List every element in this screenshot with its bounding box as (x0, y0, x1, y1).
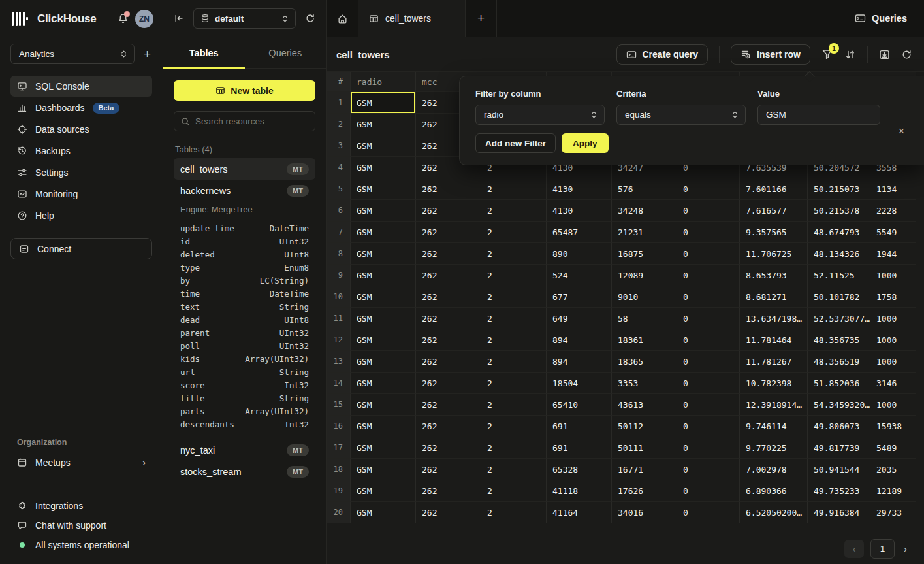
workspace-selector[interactable]: Analytics (10, 44, 135, 64)
table-cell[interactable]: 17626 (612, 480, 677, 502)
table-cell[interactable]: 262 (416, 502, 481, 523)
table-cell[interactable]: 11.781267 (740, 351, 808, 373)
table-cell[interactable]: 41118 (547, 480, 612, 502)
current-page[interactable]: 1 (870, 539, 895, 559)
table-cell[interactable]: 5489 (870, 437, 916, 459)
table-cell[interactable]: 54.3459320… (808, 394, 870, 416)
row-number[interactable]: 9 (327, 265, 351, 286)
table-item-stocks_stream[interactable]: stocks_streamMT (174, 461, 315, 482)
table-cell[interactable]: GSM (351, 394, 416, 416)
table-cell[interactable]: 524 (547, 265, 612, 286)
table-cell[interactable]: 262 (416, 178, 481, 200)
table-cell[interactable]: 262 (416, 437, 481, 459)
table-cell[interactable]: 9.746114 (740, 416, 808, 437)
table-cell[interactable]: GSM (351, 502, 416, 523)
row-number[interactable]: 13 (327, 351, 351, 373)
table-cell[interactable]: 50112 (612, 416, 677, 437)
download-button[interactable] (879, 49, 890, 60)
table-cell[interactable]: 65328 (547, 459, 612, 480)
table-cell[interactable]: 2 (481, 243, 547, 265)
table-cell[interactable]: 6.52050200… (740, 502, 808, 523)
table-cell[interactable]: 50.215378 (808, 200, 870, 222)
table-cell[interactable]: 9.357565 (740, 222, 808, 243)
row-number[interactable]: 5 (327, 178, 351, 200)
table-cell[interactable]: 7.616577 (740, 200, 808, 222)
table-cell[interactable]: 18365 (612, 351, 677, 373)
table-cell[interactable]: 2 (481, 437, 547, 459)
tab-tables[interactable]: Tables (163, 37, 245, 68)
remove-filter-icon[interactable]: × (899, 126, 904, 137)
table-cell[interactable]: 10.782398 (740, 373, 808, 394)
table-cell[interactable]: GSM (351, 373, 416, 394)
row-number[interactable]: 8 (327, 243, 351, 265)
table-cell[interactable]: 677 (547, 286, 612, 308)
row-number[interactable]: 18 (327, 459, 351, 480)
table-cell[interactable]: 49.735233 (808, 480, 870, 502)
apply-filter-button[interactable]: Apply (562, 133, 609, 153)
table-cell[interactable]: 18504 (547, 373, 612, 394)
row-number[interactable]: 6 (327, 200, 351, 222)
table-cell[interactable]: 43613 (612, 394, 677, 416)
add-new-filter-button[interactable]: Add new Filter (475, 133, 556, 153)
table-cell[interactable]: 50.941544 (808, 459, 870, 480)
sidebar-item-backups[interactable]: Backups (10, 141, 152, 161)
table-cell[interactable]: GSM (351, 265, 416, 286)
row-number[interactable]: 20 (327, 502, 351, 523)
table-cell[interactable]: 7.601166 (740, 178, 808, 200)
table-cell[interactable]: 5549 (870, 222, 916, 243)
next-page-button[interactable]: › (901, 543, 910, 554)
add-workspace-button[interactable]: + (142, 48, 152, 60)
table-cell[interactable]: 12089 (612, 265, 677, 286)
row-number[interactable]: 4 (327, 157, 351, 178)
sidebar-item-integrations[interactable]: Integrations (10, 496, 152, 516)
table-cell[interactable]: GSM (351, 92, 416, 114)
table-cell[interactable]: 894 (547, 329, 612, 351)
sidebar-item-meetups[interactable]: Meetups › (10, 452, 152, 473)
table-cell[interactable]: 1000 (870, 394, 916, 416)
table-cell[interactable]: 65487 (547, 222, 612, 243)
home-tab[interactable] (327, 0, 358, 37)
column-header[interactable]: radio (351, 72, 416, 92)
table-cell[interactable]: 29733 (870, 502, 916, 523)
table-cell[interactable]: GSM (351, 222, 416, 243)
table-cell[interactable]: 49.916384 (808, 502, 870, 523)
table-cell[interactable]: 41164 (547, 502, 612, 523)
table-cell[interactable]: 3353 (612, 373, 677, 394)
refresh-database-icon[interactable] (305, 13, 315, 24)
filter-button[interactable]: 1 (821, 48, 833, 60)
insert-row-button[interactable]: Insert row (731, 44, 810, 65)
filter-criteria-select[interactable]: equals (616, 105, 746, 125)
table-cell[interactable]: 2 (481, 222, 547, 243)
table-cell[interactable]: 3146 (870, 373, 916, 394)
table-cell[interactable]: 0 (677, 308, 740, 329)
table-cell[interactable]: 48.356519 (808, 351, 870, 373)
row-number[interactable]: 2 (327, 114, 351, 135)
row-number[interactable]: 1 (327, 92, 351, 114)
table-cell[interactable]: 49.817739 (808, 437, 870, 459)
queries-button[interactable]: Queries (855, 0, 924, 37)
table-cell[interactable]: 12.3918914… (740, 394, 808, 416)
table-cell[interactable]: 16875 (612, 243, 677, 265)
table-cell[interactable]: 262 (416, 373, 481, 394)
table-cell[interactable]: 0 (677, 502, 740, 523)
new-tab-button[interactable]: + (466, 0, 497, 37)
sidebar-item-all-systems-operational[interactable]: All systems operational (10, 535, 152, 555)
table-cell[interactable]: 2035 (870, 459, 916, 480)
new-table-button[interactable]: New table (174, 80, 315, 101)
table-cell[interactable]: 13.6347198… (740, 308, 808, 329)
row-number[interactable]: 10 (327, 286, 351, 308)
search-input[interactable] (195, 116, 308, 126)
row-number[interactable]: 14 (327, 373, 351, 394)
table-cell[interactable]: 0 (677, 265, 740, 286)
table-cell[interactable]: 691 (547, 416, 612, 437)
table-cell[interactable]: 262 (416, 394, 481, 416)
table-cell[interactable]: GSM (351, 200, 416, 222)
table-cell[interactable]: 48.674793 (808, 222, 870, 243)
table-cell[interactable]: GSM (351, 308, 416, 329)
notifications-bell-icon[interactable] (118, 13, 129, 24)
table-cell[interactable]: 51.852036 (808, 373, 870, 394)
table-cell[interactable]: 691 (547, 437, 612, 459)
table-cell[interactable]: 0 (677, 200, 740, 222)
table-cell[interactable]: 18361 (612, 329, 677, 351)
table-cell[interactable]: 262 (416, 222, 481, 243)
